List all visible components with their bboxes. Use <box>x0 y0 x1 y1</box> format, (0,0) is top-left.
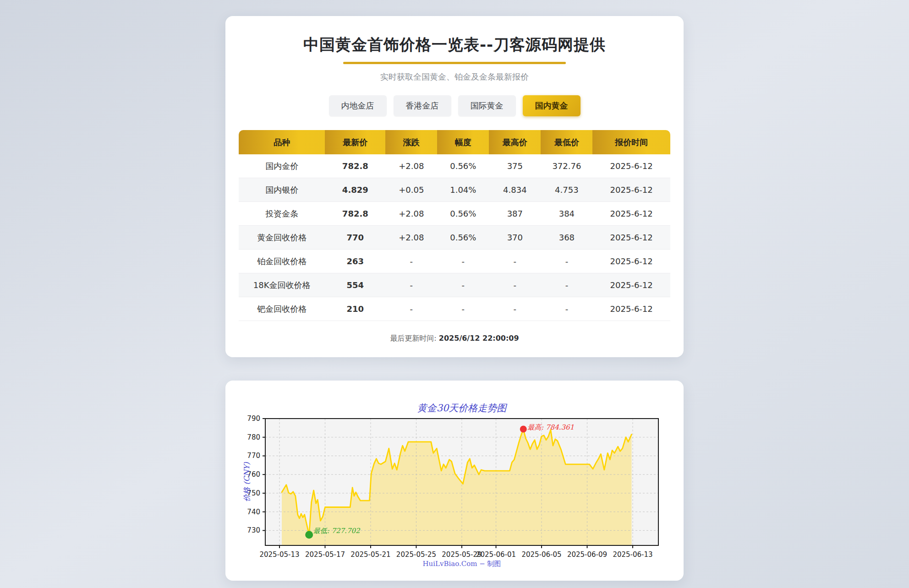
chart-title: 黄金30天价格走势图 <box>417 403 508 414</box>
cell-date: 2025-6-12 <box>592 226 670 250</box>
tab-mainland[interactable]: 内地金店 <box>329 95 387 116</box>
cell-high: - <box>489 297 541 321</box>
cell-change: +2.08 <box>385 226 437 250</box>
cell-date: 2025-6-12 <box>592 297 670 321</box>
x-tick-label: 2025-06-01 <box>476 550 516 559</box>
cell-price: 210 <box>325 297 385 321</box>
cell-change: +0.05 <box>385 178 437 202</box>
cell-low: 4.753 <box>541 178 592 202</box>
cell-change-pct: - <box>437 250 489 273</box>
cell-name: 钯金回收价格 <box>239 297 325 321</box>
cell-date: 2025-6-12 <box>592 202 670 226</box>
cell-high: 375 <box>489 154 541 178</box>
cell-low: - <box>541 297 592 321</box>
cell-price: 782.8 <box>325 202 385 226</box>
column-header: 报价时间 <box>592 130 670 154</box>
cell-change-pct: 0.56% <box>437 154 489 178</box>
cell-low: - <box>541 250 592 273</box>
cell-high: 387 <box>489 202 541 226</box>
cell-name: 国内金价 <box>239 154 325 178</box>
last-updated: 最后更新时间: 2025/6/12 22:00:09 <box>239 334 670 343</box>
column-header: 最低价 <box>541 130 592 154</box>
cell-low: 372.76 <box>541 154 592 178</box>
chart-card: 7307407507607707807902025-05-132025-05-1… <box>225 381 684 581</box>
y-tick-label: 780 <box>247 433 260 441</box>
cell-date: 2025-6-12 <box>592 154 670 178</box>
table-row: 18K金回收价格554----2025-6-12 <box>239 273 670 297</box>
cell-change-pct: 1.04% <box>437 178 489 202</box>
column-header: 最高价 <box>489 130 541 154</box>
cell-change: - <box>385 273 437 297</box>
x-tick-label: 2025-05-21 <box>350 550 390 559</box>
cell-high: 4.834 <box>489 178 541 202</box>
y-tick-label: 740 <box>247 508 260 516</box>
cell-change-pct: 0.56% <box>437 202 489 226</box>
table-row: 国内金价782.8+2.080.56%375372.762025-6-12 <box>239 154 670 178</box>
x-tick-label: 2025-06-05 <box>521 550 561 559</box>
watermark: HuiLvBiao.Com − 制图 <box>422 560 501 568</box>
cell-name: 国内银价 <box>239 178 325 202</box>
cell-date: 2025-6-12 <box>592 250 670 273</box>
table-row: 钯金回收价格210----2025-6-12 <box>239 297 670 321</box>
max-label: 最高: 784.361 <box>527 423 574 431</box>
last-updated-value: 2025/6/12 22:00:09 <box>439 334 519 343</box>
cell-change-pct: - <box>437 297 489 321</box>
cell-date: 2025-6-12 <box>592 273 670 297</box>
tab-hongkong[interactable]: 香港金店 <box>394 95 451 116</box>
min-label: 最低: 727.702 <box>313 527 361 535</box>
min-marker <box>305 531 313 539</box>
cell-change-pct: 0.56% <box>437 226 489 250</box>
y-tick-label: 790 <box>247 414 260 423</box>
cell-low: - <box>541 273 592 297</box>
x-tick-label: 2025-05-17 <box>305 550 345 559</box>
x-axis-labels: 2025-05-132025-05-172025-05-212025-05-25… <box>259 545 652 559</box>
title-underline <box>343 62 566 64</box>
column-header: 品种 <box>239 130 325 154</box>
table-row: 铂金回收价格263----2025-6-12 <box>239 250 670 273</box>
table-row: 黄金回收价格770+2.080.56%3703682025-6-12 <box>239 226 670 250</box>
cell-name: 铂金回收价格 <box>239 250 325 273</box>
cell-high: - <box>489 273 541 297</box>
content-column: 中国黄金首饰价格一览表--刀客源码网提供 实时获取全国黄金、铂金及金条最新报价 … <box>225 0 684 581</box>
x-tick-label: 2025-06-09 <box>567 550 607 559</box>
tab-international[interactable]: 国际黄金 <box>458 95 516 116</box>
page: { "header": { "title": "中国黄金首饰价格一览表--刀客源… <box>0 0 909 588</box>
price-table: 品种最新价涨跌幅度最高价最低价报价时间 国内金价782.8+2.080.56%3… <box>239 130 670 321</box>
y-axis-title: 价格 (CNY) <box>242 462 251 502</box>
cell-change: +2.08 <box>385 154 437 178</box>
page-title: 中国黄金首饰价格一览表--刀客源码网提供 <box>239 34 670 55</box>
last-updated-label: 最后更新时间: <box>390 334 436 343</box>
max-marker <box>520 425 527 432</box>
column-header: 最新价 <box>325 130 385 154</box>
price-card: 中国黄金首饰价格一览表--刀客源码网提供 实时获取全国黄金、铂金及金条最新报价 … <box>225 16 684 357</box>
cell-change-pct: - <box>437 273 489 297</box>
cell-name: 黄金回收价格 <box>239 226 325 250</box>
tab-domestic[interactable]: 国内黄金 <box>523 95 580 116</box>
page-subtitle: 实时获取全国黄金、铂金及金条最新报价 <box>239 71 670 82</box>
cell-high: - <box>489 250 541 273</box>
cell-change: +2.08 <box>385 202 437 226</box>
cell-price: 782.8 <box>325 154 385 178</box>
cell-price: 770 <box>325 226 385 250</box>
cell-price: 554 <box>325 273 385 297</box>
cell-name: 投资金条 <box>239 202 325 226</box>
cell-price: 4.829 <box>325 178 385 202</box>
x-tick-label: 2025-05-13 <box>259 550 299 559</box>
table-row: 国内银价4.829+0.051.04%4.8344.7532025-6-12 <box>239 178 670 202</box>
column-header: 涨跌 <box>385 130 437 154</box>
cell-name: 18K金回收价格 <box>239 273 325 297</box>
cell-change: - <box>385 250 437 273</box>
cell-high: 370 <box>489 226 541 250</box>
cell-low: 384 <box>541 202 592 226</box>
gold-trend-chart: 7307407507607707807902025-05-132025-05-1… <box>225 381 684 581</box>
cell-price: 263 <box>325 250 385 273</box>
cell-change: - <box>385 297 437 321</box>
cell-date: 2025-6-12 <box>592 178 670 202</box>
table-row: 投资金条782.8+2.080.56%3873842025-6-12 <box>239 202 670 226</box>
cell-low: 368 <box>541 226 592 250</box>
x-tick-label: 2025-05-25 <box>396 550 436 559</box>
tab-bar: 内地金店香港金店国际黄金国内黄金 <box>239 95 670 116</box>
x-tick-label: 2025-06-13 <box>613 550 652 559</box>
table-header: 品种最新价涨跌幅度最高价最低价报价时间 <box>239 130 670 154</box>
column-header: 幅度 <box>437 130 489 154</box>
